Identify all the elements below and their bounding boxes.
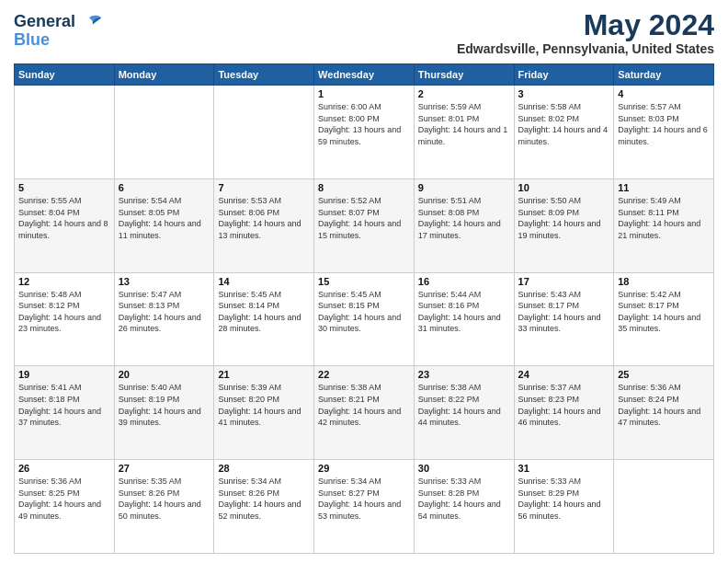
title-block: May 2024 Edwardsville, Pennsylvania, Uni…	[457, 9, 714, 56]
day-info: Sunrise: 5:41 AMSunset: 8:18 PMDaylight:…	[18, 383, 101, 427]
day-info: Sunrise: 5:51 AMSunset: 8:08 PMDaylight:…	[418, 196, 501, 240]
weekday-header-row: SundayMondayTuesdayWednesdayThursdayFrid…	[15, 64, 714, 86]
day-info: Sunrise: 5:42 AMSunset: 8:17 PMDaylight:…	[618, 290, 700, 334]
calendar-cell: 27 Sunrise: 5:35 AMSunset: 8:26 PMDaylig…	[114, 460, 214, 554]
day-number: 6	[119, 182, 210, 193]
day-number: 5	[18, 182, 110, 193]
calendar-cell: 5 Sunrise: 5:55 AMSunset: 8:04 PMDayligh…	[15, 178, 115, 272]
calendar-page: General Blue May 2024 Edwardsville, Penn…	[0, 0, 728, 563]
calendar-cell: 29 Sunrise: 5:34 AMSunset: 8:27 PMDaylig…	[314, 460, 415, 554]
day-number: 1	[318, 88, 410, 99]
day-info: Sunrise: 5:53 AMSunset: 8:06 PMDaylight:…	[218, 196, 301, 240]
weekday-header: Wednesday	[314, 64, 415, 86]
day-number: 4	[618, 88, 710, 99]
day-number: 19	[18, 369, 110, 380]
day-info: Sunrise: 5:38 AMSunset: 8:22 PMDaylight:…	[418, 383, 501, 427]
calendar-cell: 26 Sunrise: 5:36 AMSunset: 8:25 PMDaylig…	[15, 460, 115, 554]
calendar-cell: 8 Sunrise: 5:52 AMSunset: 8:07 PMDayligh…	[314, 178, 415, 272]
day-info: Sunrise: 5:37 AMSunset: 8:23 PMDaylight:…	[518, 383, 601, 427]
day-number: 25	[618, 369, 710, 380]
day-number: 29	[318, 463, 410, 474]
weekday-header: Thursday	[414, 64, 514, 86]
day-number: 14	[218, 276, 310, 287]
logo-bird-icon	[77, 9, 103, 35]
calendar-cell: 24 Sunrise: 5:37 AMSunset: 8:23 PMDaylig…	[514, 366, 614, 460]
day-number: 3	[518, 88, 610, 99]
day-info: Sunrise: 5:36 AMSunset: 8:25 PMDaylight:…	[18, 477, 101, 521]
calendar-cell: 19 Sunrise: 5:41 AMSunset: 8:18 PMDaylig…	[15, 366, 115, 460]
day-number: 30	[418, 463, 510, 474]
calendar-cell	[214, 86, 314, 179]
day-number: 12	[18, 276, 110, 287]
day-info: Sunrise: 5:38 AMSunset: 8:21 PMDaylight:…	[318, 383, 401, 427]
day-number: 26	[18, 463, 110, 474]
day-info: Sunrise: 5:40 AMSunset: 8:19 PMDaylight:…	[119, 383, 201, 427]
location: Edwardsville, Pennsylvania, United State…	[457, 41, 714, 56]
calendar-cell: 10 Sunrise: 5:50 AMSunset: 8:09 PMDaylig…	[514, 178, 614, 272]
day-number: 22	[318, 369, 410, 380]
calendar-cell: 11 Sunrise: 5:49 AMSunset: 8:11 PMDaylig…	[614, 178, 714, 272]
weekday-header: Friday	[514, 64, 614, 86]
calendar-cell: 3 Sunrise: 5:58 AMSunset: 8:02 PMDayligh…	[514, 86, 614, 179]
day-number: 11	[618, 182, 710, 193]
calendar-cell: 2 Sunrise: 5:59 AMSunset: 8:01 PMDayligh…	[414, 86, 514, 179]
day-number: 8	[318, 182, 410, 193]
calendar-cell	[614, 460, 714, 554]
day-info: Sunrise: 5:58 AMSunset: 8:02 PMDaylight:…	[518, 102, 609, 146]
calendar-cell: 23 Sunrise: 5:38 AMSunset: 8:22 PMDaylig…	[414, 366, 514, 460]
calendar-cell: 21 Sunrise: 5:39 AMSunset: 8:20 PMDaylig…	[214, 366, 314, 460]
calendar-cell: 16 Sunrise: 5:44 AMSunset: 8:16 PMDaylig…	[414, 272, 514, 366]
day-number: 23	[418, 369, 510, 380]
calendar-row: 1 Sunrise: 6:00 AMSunset: 8:00 PMDayligh…	[15, 86, 714, 179]
day-info: Sunrise: 6:00 AMSunset: 8:00 PMDaylight:…	[318, 102, 401, 146]
day-info: Sunrise: 5:35 AMSunset: 8:26 PMDaylight:…	[119, 477, 201, 521]
day-number: 10	[518, 182, 610, 193]
calendar-cell	[15, 86, 115, 179]
calendar-cell: 31 Sunrise: 5:33 AMSunset: 8:29 PMDaylig…	[514, 460, 614, 554]
day-info: Sunrise: 5:39 AMSunset: 8:20 PMDaylight:…	[218, 383, 301, 427]
day-info: Sunrise: 5:50 AMSunset: 8:09 PMDaylight:…	[518, 196, 601, 240]
calendar-row: 5 Sunrise: 5:55 AMSunset: 8:04 PMDayligh…	[15, 178, 714, 272]
day-info: Sunrise: 5:34 AMSunset: 8:26 PMDaylight:…	[218, 477, 301, 521]
calendar-cell: 14 Sunrise: 5:45 AMSunset: 8:14 PMDaylig…	[214, 272, 314, 366]
calendar-cell: 9 Sunrise: 5:51 AMSunset: 8:08 PMDayligh…	[414, 178, 514, 272]
day-number: 9	[418, 182, 510, 193]
day-number: 24	[518, 369, 610, 380]
day-info: Sunrise: 5:45 AMSunset: 8:15 PMDaylight:…	[318, 290, 401, 334]
day-info: Sunrise: 5:49 AMSunset: 8:11 PMDaylight:…	[618, 196, 700, 240]
day-info: Sunrise: 5:54 AMSunset: 8:05 PMDaylight:…	[119, 196, 201, 240]
day-number: 13	[119, 276, 210, 287]
day-number: 28	[218, 463, 310, 474]
day-number: 27	[119, 463, 210, 474]
calendar-cell: 22 Sunrise: 5:38 AMSunset: 8:21 PMDaylig…	[314, 366, 415, 460]
header: General Blue May 2024 Edwardsville, Penn…	[14, 9, 714, 56]
day-number: 15	[318, 276, 410, 287]
weekday-header: Tuesday	[214, 64, 314, 86]
calendar-cell: 28 Sunrise: 5:34 AMSunset: 8:26 PMDaylig…	[214, 460, 314, 554]
logo: General Blue	[14, 9, 103, 50]
calendar-cell: 13 Sunrise: 5:47 AMSunset: 8:13 PMDaylig…	[114, 272, 214, 366]
day-info: Sunrise: 5:57 AMSunset: 8:03 PMDaylight:…	[618, 102, 708, 146]
weekday-header: Saturday	[614, 64, 714, 86]
day-info: Sunrise: 5:36 AMSunset: 8:24 PMDaylight:…	[618, 383, 700, 427]
calendar-cell: 25 Sunrise: 5:36 AMSunset: 8:24 PMDaylig…	[614, 366, 714, 460]
day-number: 17	[518, 276, 610, 287]
day-number: 2	[418, 88, 510, 99]
day-info: Sunrise: 5:34 AMSunset: 8:27 PMDaylight:…	[318, 477, 401, 521]
calendar-cell: 18 Sunrise: 5:42 AMSunset: 8:17 PMDaylig…	[614, 272, 714, 366]
weekday-header: Sunday	[15, 64, 115, 86]
day-number: 7	[218, 182, 310, 193]
day-number: 21	[218, 369, 310, 380]
day-info: Sunrise: 5:59 AMSunset: 8:01 PMDaylight:…	[418, 102, 508, 146]
calendar-row: 12 Sunrise: 5:48 AMSunset: 8:12 PMDaylig…	[15, 272, 714, 366]
day-info: Sunrise: 5:43 AMSunset: 8:17 PMDaylight:…	[518, 290, 601, 334]
calendar-cell: 1 Sunrise: 6:00 AMSunset: 8:00 PMDayligh…	[314, 86, 415, 179]
calendar-cell: 30 Sunrise: 5:33 AMSunset: 8:28 PMDaylig…	[414, 460, 514, 554]
weekday-header: Monday	[114, 64, 214, 86]
month-title: May 2024	[457, 9, 714, 41]
calendar-cell: 17 Sunrise: 5:43 AMSunset: 8:17 PMDaylig…	[514, 272, 614, 366]
day-info: Sunrise: 5:52 AMSunset: 8:07 PMDaylight:…	[318, 196, 401, 240]
calendar-row: 26 Sunrise: 5:36 AMSunset: 8:25 PMDaylig…	[15, 460, 714, 554]
day-number: 20	[119, 369, 210, 380]
calendar-table: SundayMondayTuesdayWednesdayThursdayFrid…	[14, 63, 714, 554]
